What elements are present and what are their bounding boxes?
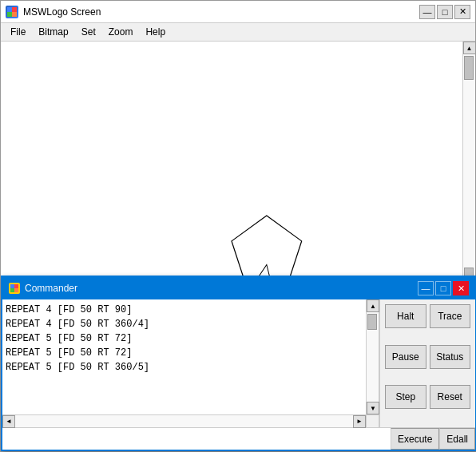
- edall-button[interactable]: Edall: [439, 428, 475, 450]
- close-button[interactable]: ✕: [454, 5, 470, 19]
- log-scroll-right[interactable]: ►: [353, 415, 366, 428]
- log-line-3: REPEAT 5 [FD 50 RT 72]: [6, 331, 375, 346]
- title-bar-left: MSWLogo Screen: [6, 6, 101, 18]
- log-hscroll-track[interactable]: [15, 415, 353, 427]
- log-line-4: REPEAT 5 [FD 50 RT 72]: [6, 346, 375, 360]
- log-area: REPEAT 4 [FD 50 RT 90] REPEAT 4 [FD 50 R…: [2, 299, 379, 427]
- commander-icon: [9, 283, 20, 294]
- log-content: REPEAT 4 [FD 50 RT 90] REPEAT 4 [FD 50 R…: [2, 299, 379, 427]
- maximize-button[interactable]: □: [437, 5, 453, 19]
- scroll-up-button[interactable]: ▲: [463, 42, 476, 54]
- commander-title-left: Commander: [9, 283, 77, 294]
- reset-button[interactable]: Reset: [430, 385, 471, 409]
- svg-rect-2: [7, 12, 12, 17]
- halt-button[interactable]: Halt: [385, 304, 426, 328]
- svg-rect-0: [7, 7, 12, 12]
- commander-minimize-button[interactable]: —: [418, 281, 434, 295]
- menu-bar: File Bitmap Set Zoom Help: [1, 23, 475, 42]
- log-scroll-corner: [366, 414, 379, 427]
- menu-set[interactable]: Set: [75, 25, 102, 39]
- commander-maximize-button[interactable]: □: [435, 281, 451, 295]
- svg-rect-5: [14, 288, 18, 292]
- svg-rect-1: [12, 12, 17, 17]
- execute-button[interactable]: Execute: [391, 428, 439, 450]
- log-scroll-left[interactable]: ◄: [2, 415, 15, 428]
- svg-rect-3: [12, 7, 17, 12]
- trace-button[interactable]: Trace: [430, 304, 471, 328]
- command-input[interactable]: [2, 428, 391, 450]
- step-button[interactable]: Step: [385, 385, 426, 409]
- scroll-thumb-v[interactable]: [464, 56, 474, 80]
- commander-close-button[interactable]: ✕: [453, 281, 469, 295]
- log-scroll-down[interactable]: ▼: [367, 402, 379, 414]
- menu-help[interactable]: Help: [139, 25, 172, 39]
- commander-title-bar: Commander — □ ✕: [2, 277, 475, 299]
- svg-rect-6: [10, 288, 14, 292]
- pause-button[interactable]: Pause: [385, 345, 426, 369]
- log-line-1: REPEAT 4 [FD 50 RT 90]: [6, 303, 375, 317]
- button-panel: Halt Trace Pause Status Step Reset: [379, 299, 475, 427]
- svg-rect-4: [10, 284, 14, 288]
- menu-file[interactable]: File: [4, 25, 32, 39]
- minimize-button[interactable]: —: [419, 5, 435, 19]
- log-scroll-track[interactable]: [367, 312, 379, 402]
- main-window: MSWLogo Screen — □ ✕ File Bitmap Set Zoo…: [0, 0, 476, 452]
- log-line-5: REPEAT 5 [FD 50 RT 360/5]: [6, 360, 375, 375]
- commander-window-controls: — □ ✕: [418, 281, 469, 295]
- pentagon-group: [232, 216, 302, 282]
- log-line-2: REPEAT 4 [FD 50 RT 360/4]: [6, 317, 375, 331]
- title-bar-controls: — □ ✕: [419, 5, 470, 19]
- status-button[interactable]: Status: [430, 345, 471, 369]
- window-title: MSWLogo Screen: [23, 6, 101, 18]
- log-scroll-up[interactable]: ▲: [367, 299, 379, 312]
- log-hscroll: ◄ ►: [2, 414, 366, 427]
- pentagon-shape: [232, 216, 302, 282]
- commander-body: REPEAT 4 [FD 50 RT 90] REPEAT 4 [FD 50 R…: [2, 299, 475, 427]
- menu-zoom[interactable]: Zoom: [102, 25, 140, 39]
- commander-window: Commander — □ ✕ REPEAT 4 [FD 50 RT 90] R…: [1, 276, 476, 451]
- commander-title-text: Commander: [25, 283, 77, 294]
- title-bar: MSWLogo Screen — □ ✕: [1, 1, 475, 23]
- log-scroll-thumb[interactable]: [367, 314, 377, 330]
- log-vscroll: ▲ ▼: [366, 299, 379, 414]
- input-row: Execute Edall: [2, 427, 475, 450]
- svg-rect-7: [14, 284, 18, 288]
- menu-bitmap[interactable]: Bitmap: [32, 25, 74, 39]
- app-icon: [6, 6, 18, 18]
